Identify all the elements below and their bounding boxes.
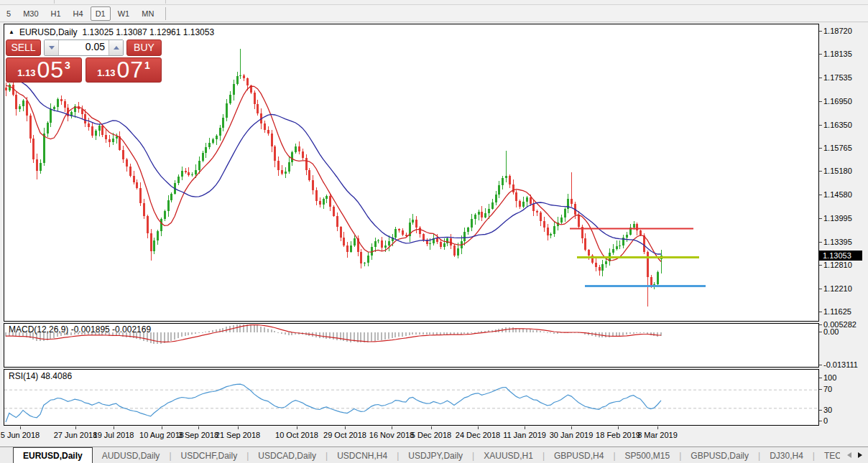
timeframe-h1[interactable]: H1 [46, 6, 66, 21]
date-axis-label: 5 Dec 2018 [402, 431, 460, 439]
price-axis-tick [819, 31, 822, 32]
sell-price-pips: 05 [37, 59, 64, 80]
rsi-label: RSI(14) 48.4086 [9, 371, 72, 381]
rsi-axis-tick [819, 378, 822, 378]
price-axis-label: 1.12210 [823, 284, 852, 293]
chart-ohlc-values: 1.13025 1.13087 1.12961 1.13053 [83, 27, 215, 37]
volume-increase-button[interactable] [108, 40, 123, 55]
timeframe-toolbar: 5M30H1H4D1W1MN [0, 5, 868, 22]
buy-price-prefix: 1.13 [97, 67, 115, 78]
one-click-trading-panel: SELL 0.05 BUY 1.13 05 3 1.13 07 1 [6, 39, 162, 83]
tab-xauusd-h1[interactable]: XAUUSD,H1 [474, 447, 542, 463]
price-axis-tick [819, 101, 822, 102]
symbol-tab-bar: EURUSD,DailyAUDUSD,Daily|USDCHF,Daily|US… [0, 446, 868, 463]
chart-symbol-label: EURUSD,Daily [19, 27, 78, 37]
price-axis-tick [819, 218, 822, 219]
macd-axis-tick [819, 324, 822, 325]
price-axis-label: 1.16950 [823, 97, 852, 106]
price-axis-tick [819, 195, 822, 195]
price-axis-label: 1.17535 [823, 73, 852, 82]
scroll-tabs-left-icon[interactable] [847, 452, 851, 458]
price-axis-label: 1.13995 [823, 214, 852, 223]
upper-toolbar-edge [0, 0, 868, 5]
macd-axis-label: 0.005282 [823, 320, 857, 329]
date-axis-tick [618, 426, 619, 429]
mt4-window: 5M30H1H4D1W1MN ▲ EURUSD,Daily 1.13025 1.… [0, 0, 868, 463]
timeframe-d1[interactable]: D1 [91, 6, 111, 21]
date-axis-label: 10 Aug 2018 [133, 431, 190, 439]
price-axis-label: 1.14580 [823, 190, 852, 199]
date-axis-tick [20, 426, 21, 429]
tab-gbpusd-h4[interactable]: GBPUSD,H4 [545, 447, 613, 463]
tab-usdcnh-h4[interactable]: USDCNH,H4 [328, 447, 397, 463]
price-axis-tick [819, 171, 822, 172]
date-axis-tick [431, 426, 432, 429]
tab-eurusd-daily[interactable]: EURUSD,Daily [13, 447, 93, 463]
collapse-icon[interactable]: ▲ [9, 29, 14, 36]
chevron-up-icon [114, 46, 119, 50]
date-axis-label: 11 Jan 2019 [496, 431, 553, 439]
date-axis-label: 3 Sep 2018 [170, 431, 227, 439]
timeframe-mn[interactable]: MN [137, 6, 159, 21]
volume-input[interactable]: 0.05 [59, 40, 108, 55]
rsi-axis-tick [819, 410, 822, 411]
scroll-tabs-right-icon[interactable] [858, 452, 862, 458]
tab-dj30-h4[interactable]: DJ30,H4 [760, 447, 813, 463]
date-axis-label: 24 Dec 2018 [449, 431, 507, 439]
date-axis-tick [657, 426, 658, 429]
tab-audusd-daily[interactable]: AUDUSD,Daily [93, 447, 170, 463]
price-axis-tick [819, 242, 822, 243]
rsi-indicator-panel [4, 369, 819, 426]
price-axis-tick [819, 54, 822, 55]
current-price-tag: 1.13053 [819, 251, 862, 261]
rsi-axis-label: 30 [823, 406, 832, 414]
date-axis-label: 19 Jul 2018 [85, 431, 142, 439]
date-axis-tick [478, 426, 479, 429]
date-axis-label: 16 Nov 2018 [363, 431, 420, 439]
date-axis-tick [571, 426, 572, 429]
price-axis-tick [819, 265, 822, 266]
chevron-down-icon [49, 46, 55, 50]
tab-usdcad-daily[interactable]: USDCAD,Daily [249, 447, 326, 463]
date-axis-label: 5 Jun 2018 [0, 431, 49, 439]
tab-sp500-m15[interactable]: SP500,M15 [616, 447, 680, 463]
date-axis-tick [525, 426, 525, 429]
price-axis-label: 1.16350 [823, 121, 852, 129]
toolbar-separator [54, 0, 55, 4]
tab-usdjpy-daily[interactable]: USDJPY,Daily [399, 447, 472, 463]
price-axis-label: 1.11625 [823, 307, 851, 316]
volume-decrease-button[interactable] [45, 40, 59, 55]
timeframe-h4[interactable]: H4 [68, 6, 88, 21]
date-axis-label: 21 Sep 2018 [209, 431, 267, 439]
tab-scroll-controls [840, 447, 868, 463]
tab-list: EURUSD,DailyAUDUSD,Daily|USDCHF,Daily|US… [0, 447, 868, 463]
price-axis-label: 1.18720 [823, 27, 852, 35]
date-axis-tick [345, 426, 346, 429]
date-axis-label: 29 Oct 2018 [316, 431, 374, 439]
rsi-axis-label: 100 [823, 373, 836, 382]
macd-axis-tick [819, 365, 822, 365]
sell-button[interactable]: SELL [6, 39, 41, 56]
timeframe-w1[interactable]: W1 [113, 6, 135, 21]
buy-price-box[interactable]: 1.13 07 1 [86, 57, 162, 83]
macd-label: MACD(12,26,9) -0.001895 -0.002169 [9, 324, 151, 335]
price-axis-label: 1.12810 [823, 261, 852, 269]
tab-gbpusd-daily[interactable]: GBPUSD,Daily [681, 447, 758, 463]
price-axis-label: 1.15180 [823, 167, 852, 175]
sell-price-box[interactable]: 1.13 05 3 [6, 57, 82, 83]
tab-usdchf-daily[interactable]: USDCHF,Daily [172, 447, 247, 463]
price-axis-tick [819, 312, 822, 312]
date-axis-label: 30 Jan 2019 [542, 431, 600, 439]
date-axis-label: 18 Feb 2019 [589, 431, 647, 439]
rsi-axis-tick [819, 389, 822, 390]
date-axis-tick [114, 426, 114, 429]
macd-axis-label: -0.013111 [823, 360, 858, 369]
price-axis-label: 1.13395 [823, 238, 852, 246]
date-axis-tick [162, 426, 162, 429]
rsi-axis-tick [819, 421, 822, 421]
buy-button[interactable]: BUY [126, 39, 162, 56]
rsi-axis-label: 0 [823, 416, 828, 425]
timeframe-5[interactable]: 5 [1, 6, 16, 21]
macd-axis-label: 0.00 [823, 327, 839, 336]
timeframe-m30[interactable]: M30 [18, 6, 43, 21]
